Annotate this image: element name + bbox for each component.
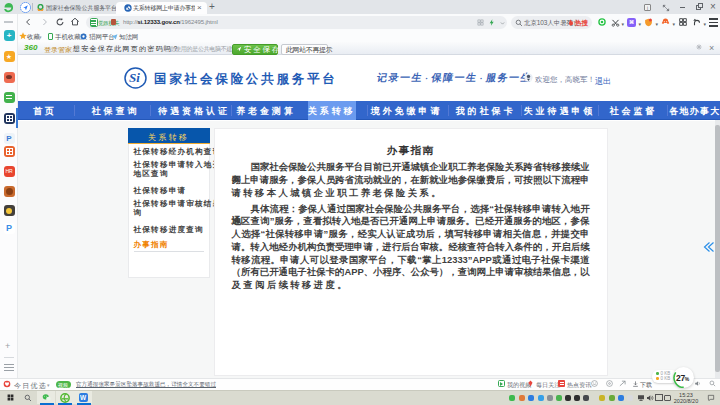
svg-text:Si: Si bbox=[129, 70, 140, 85]
